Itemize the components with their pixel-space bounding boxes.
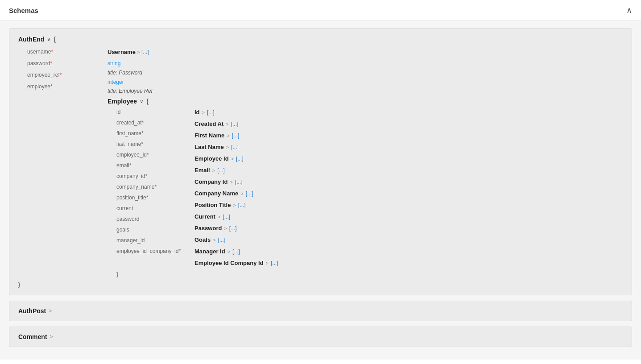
required-star: * (142, 120, 144, 126)
employee-fields-left: id created_at* first_name* last_name* em… (116, 107, 194, 269)
emp-field-current: current (116, 203, 194, 214)
title-password: title: Password (108, 68, 623, 78)
authpost-collapsed-row[interactable]: AuthPost > (18, 307, 623, 314)
username-prop-label: Username (108, 49, 136, 55)
prop-position-title: Position Title > [...] (194, 199, 623, 211)
authend-header: AuthEnd ∨ { (18, 36, 623, 43)
required-star: * (51, 49, 53, 55)
last-name-expand[interactable]: > (226, 142, 229, 152)
field-password: password* (27, 58, 108, 69)
position-title-expand[interactable]: > (233, 200, 236, 210)
emp-field-goals: goals (116, 224, 194, 235)
company-id-expand[interactable]: > (230, 177, 232, 187)
authend-name: AuthEnd (18, 36, 44, 43)
authend-close-brace: } (18, 281, 623, 288)
employee-close-brace: } (108, 271, 623, 277)
prop-emp-id-company-id: Employee Id Company Id > [...] (194, 257, 623, 269)
authend-right-col: Username > [...] string title: Password (108, 46, 623, 277)
emp-field-manager-id: manager_id (116, 235, 194, 246)
employee-id-expand[interactable]: > (231, 154, 234, 164)
emp-field-company-id: company_id* (116, 171, 194, 182)
password-expand[interactable]: > (224, 223, 227, 233)
required-star: * (129, 162, 132, 169)
employee-open-brace: { (146, 98, 149, 105)
email-expand[interactable]: > (212, 165, 215, 175)
prop-company-name: Company Name > [...] (194, 188, 623, 199)
authend-chevron[interactable]: ∨ (47, 36, 51, 42)
employee-two-col: id created_at* first_name* last_name* em… (108, 107, 623, 269)
required-star: * (141, 130, 144, 136)
comment-name: Comment (18, 333, 47, 340)
authend-content: username* password* employee_ref* employ… (18, 46, 623, 277)
id-expand[interactable]: > (202, 108, 205, 117)
field-employee-ref-label: employee_ref* (27, 70, 94, 80)
schemas-body: AuthEnd ∨ { username* password* (0, 21, 641, 360)
emp-field-first-name: first_name* (116, 128, 194, 139)
goals-expand[interactable]: > (213, 235, 215, 245)
emp-field-id: id (116, 107, 194, 117)
emp-field-email: email* (116, 160, 194, 171)
type-integer: integer (108, 78, 623, 87)
prop-created-at: Created At > [...] (194, 118, 623, 130)
required-star: * (60, 72, 62, 78)
current-expand[interactable]: > (218, 212, 220, 222)
comment-collapsed-row[interactable]: Comment > (18, 333, 623, 340)
schemas-header: Schemas ∧ (0, 0, 641, 21)
type-string: string (108, 59, 623, 68)
emp-field-employee-id: employee_id* (116, 149, 194, 160)
prop-company-id: Company Id > [...] (194, 176, 623, 188)
employee-object-block: Employee ∨ { id created_at* first_name* (108, 98, 623, 277)
emp-field-position-title: position_title* (116, 192, 194, 203)
field-password-label: password* (27, 58, 94, 69)
created-at-expand[interactable]: > (226, 119, 228, 129)
employee-object-header: Employee ∨ { (108, 98, 623, 105)
prop-id: Id > [...] (194, 107, 623, 118)
authpost-expand-arrow[interactable]: > (49, 308, 52, 314)
username-expand-arrow[interactable]: > (137, 50, 141, 55)
emp-id-company-id-expand[interactable]: > (266, 258, 269, 268)
comment-expand-arrow[interactable]: > (50, 334, 53, 340)
prop-goals: Goals > [...] (194, 234, 623, 246)
required-star: * (178, 248, 181, 254)
prop-current: Current > [...] (194, 211, 623, 223)
prop-employee-id: Employee Id > [...] (194, 153, 623, 165)
employee-chevron[interactable]: ∨ (140, 98, 144, 104)
emp-field-password: password (116, 214, 194, 224)
username-bracket: [...] (141, 49, 149, 55)
emp-field-emp-id-company-id: employee_id_company_id* (116, 246, 194, 256)
prop-password: Password > [...] (194, 223, 623, 234)
schemas-section: Schemas ∧ AuthEnd ∨ { username* (0, 0, 641, 360)
required-star: * (154, 184, 157, 190)
prop-email: Email > [...] (194, 165, 623, 176)
authpost-schema-block: AuthPost > (9, 301, 632, 321)
authend-top-fields: username* password* employee_ref* employ… (18, 46, 108, 92)
authpost-name: AuthPost (18, 307, 46, 314)
required-star: * (147, 152, 149, 158)
collapse-icon[interactable]: ∧ (626, 5, 632, 15)
company-name-expand[interactable]: > (240, 189, 243, 199)
emp-field-last-name: last_name* (116, 139, 194, 149)
prop-first-name: First Name > [...] (194, 130, 623, 141)
field-employee-ref: employee_ref* (27, 70, 108, 80)
authend-left-col: username* password* employee_ref* employ… (18, 46, 108, 277)
field-username-label: username* (27, 46, 94, 57)
employee-object-name: Employee (108, 98, 137, 105)
authend-schema-block: AuthEnd ∨ { username* password* (9, 28, 632, 295)
prop-last-name: Last Name > [...] (194, 141, 623, 153)
username-prop-row: Username > [...] (108, 46, 623, 58)
field-username: username* (27, 46, 108, 57)
required-star: * (145, 173, 148, 179)
manager-id-expand[interactable]: > (227, 247, 230, 256)
required-star: * (141, 141, 143, 147)
required-star: * (50, 83, 53, 90)
field-employee-label: employee* (27, 81, 94, 92)
authend-open-brace: { (54, 36, 56, 43)
title-employee-ref: title: Employee Ref (108, 87, 623, 96)
username-detail-block: string title: Password integer title: Em… (108, 59, 623, 96)
prop-manager-id: Manager Id > [...] (194, 246, 623, 257)
required-star: * (146, 194, 149, 201)
emp-field-company-name: company_name* (116, 182, 194, 192)
required-star: * (50, 60, 52, 66)
first-name-expand[interactable]: > (227, 131, 229, 141)
emp-field-created-at: created_at* (116, 117, 194, 128)
